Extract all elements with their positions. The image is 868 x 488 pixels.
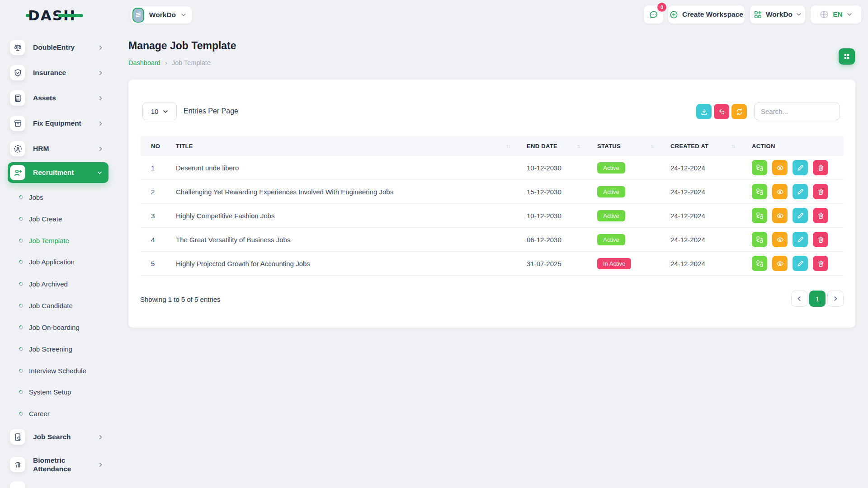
delete-button[interactable]: [813, 208, 828, 223]
sidebar-item-insurance[interactable]: Insurance: [10, 65, 103, 80]
pagination-previous-button[interactable]: [791, 291, 807, 307]
row-end-date: 10-12-2030: [527, 164, 597, 172]
convert-to-job-button[interactable]: [752, 256, 767, 271]
sidebar-item-job-candidate[interactable]: Job Candidate: [19, 300, 105, 311]
chevron-right-icon: [98, 462, 103, 467]
column-header-created-at[interactable]: CREATED AT: [670, 143, 752, 150]
breadcrumb: Dashboard › Job Template: [128, 59, 211, 66]
sidebar-item-biometric-attendance[interactable]: Biometric Attendance: [10, 457, 103, 472]
entries-per-page-select[interactable]: 10: [142, 103, 177, 120]
sidebar-item-partial: [10, 481, 25, 488]
undo-button[interactable]: [714, 104, 729, 119]
row-end-date: 31-07-2025: [527, 260, 597, 267]
person-dashed-circle-icon: [10, 141, 25, 156]
fingerprint-icon: [10, 457, 25, 472]
view-button[interactable]: [772, 256, 788, 271]
bullet-icon: [18, 303, 24, 309]
sidebar-item-recruitment[interactable]: Recruitment: [8, 162, 108, 183]
workspace-selector[interactable]: WorkDo: [130, 6, 192, 24]
sidebar-item-job-create[interactable]: Job Create: [19, 213, 105, 224]
language-code: EN: [833, 10, 843, 19]
grid-plus-icon: [754, 10, 762, 19]
row-actions: [752, 160, 844, 175]
edit-button[interactable]: [793, 184, 808, 199]
messages-button[interactable]: 0: [643, 5, 664, 24]
view-button[interactable]: [772, 208, 788, 223]
app-logo[interactable]: DASH: [28, 7, 76, 23]
sidebar-item-label: Biometric Attendance: [33, 456, 86, 474]
breadcrumb-dashboard-link[interactable]: Dashboard: [128, 59, 160, 66]
sidebar-subitem-label: Job Template: [29, 237, 69, 244]
workspace-menu[interactable]: WorkDo: [750, 5, 806, 24]
page-title: Manage Job Template: [128, 40, 236, 52]
edit-button[interactable]: [793, 232, 808, 247]
convert-to-job-button[interactable]: [752, 160, 767, 175]
row-actions: [752, 208, 844, 223]
delete-button[interactable]: [813, 256, 828, 271]
sidebar-item-job-search[interactable]: Job Search: [10, 429, 103, 445]
export-button[interactable]: [696, 104, 712, 119]
chevron-right-icon: [98, 96, 103, 101]
delete-button[interactable]: [813, 184, 828, 199]
delete-button[interactable]: [813, 232, 828, 247]
pagination-page-1[interactable]: 1: [809, 291, 826, 307]
bullet-icon: [18, 281, 24, 287]
sidebar-item-interview-schedule[interactable]: Interview Schedule: [19, 365, 105, 376]
sidebar-subitem-label: Job Candidate: [29, 302, 73, 310]
create-workspace-label: Create Workspace: [682, 10, 743, 19]
job-template-table: NO TITLE END DATE STATUS CREATED AT ACTI…: [140, 136, 844, 276]
convert-to-job-button[interactable]: [752, 232, 767, 247]
view-button[interactable]: [772, 232, 788, 247]
column-header-status[interactable]: STATUS: [597, 143, 670, 150]
language-selector[interactable]: EN: [810, 5, 862, 24]
chevron-right-icon: [98, 45, 103, 50]
convert-to-job-button[interactable]: [752, 208, 767, 223]
bullet-icon: [18, 368, 24, 374]
status-badge: In Active: [597, 258, 631, 269]
refresh-button[interactable]: [731, 104, 747, 119]
sidebar-item-assets[interactable]: Assets: [10, 90, 103, 106]
workspace-name: WorkDo: [149, 11, 176, 19]
sidebar-item-job-template[interactable]: Job Template: [19, 235, 105, 246]
sidebar-item-label: HRM: [33, 144, 49, 153]
sidebar-item-label: Fix Equipment: [33, 119, 81, 127]
download-icon: [700, 108, 708, 116]
sidebar-item-doubleentry[interactable]: DoubleEntry: [10, 40, 103, 55]
sidebar-item-career[interactable]: Career: [19, 408, 105, 419]
sidebar-item-hrm[interactable]: HRM: [10, 141, 103, 156]
convert-to-job-button[interactable]: [752, 184, 767, 199]
pagination-next-button[interactable]: [827, 291, 844, 307]
row-title: The Great Versatility of Business Jobs: [176, 236, 527, 244]
sidebar-item-fix-equipment[interactable]: Fix Equipment: [10, 116, 103, 131]
search-input[interactable]: [754, 103, 840, 120]
row-no: 5: [140, 260, 176, 267]
view-button[interactable]: [772, 160, 788, 175]
view-button[interactable]: [772, 184, 788, 199]
edit-button[interactable]: [793, 208, 808, 223]
chevron-down-icon: [163, 109, 168, 114]
sidebar-item-job-archived[interactable]: Job Archived: [19, 278, 105, 289]
edit-button[interactable]: [793, 160, 808, 175]
sidebar-item-job-application[interactable]: Job Application: [19, 256, 105, 267]
entries-summary: Showing 1 to 5 of 5 entries: [140, 296, 221, 303]
edit-button[interactable]: [793, 256, 808, 271]
bullet-icon: [18, 216, 24, 222]
grid-view-button[interactable]: [839, 48, 855, 65]
delete-button[interactable]: [813, 160, 828, 175]
sidebar-item-system-setup[interactable]: System Setup: [19, 386, 105, 397]
status-badge: Active: [597, 234, 625, 245]
row-end-date: 06-12-2030: [527, 236, 597, 244]
bullet-icon: [18, 411, 24, 417]
job-template-card: 10 Entries Per Page NO TITLE END DATE ST…: [128, 80, 855, 328]
row-title: Highly Projected Growth for Accounting J…: [176, 260, 527, 267]
sidebar-item-job-screening[interactable]: Job Screening: [19, 343, 105, 354]
row-no: 4: [140, 236, 176, 244]
sidebar-item-job-onboarding[interactable]: Job On-boarding: [19, 322, 105, 333]
sidebar: DASH DoubleEntry Insurance Assets Fix Eq…: [0, 0, 119, 488]
sidebar-item-jobs[interactable]: Jobs: [19, 192, 105, 202]
row-end-date: 10-12-2030: [527, 212, 597, 220]
create-workspace-button[interactable]: Create Workspace: [668, 5, 745, 24]
column-header-title[interactable]: TITLE: [176, 143, 527, 150]
shield-check-icon: [10, 65, 25, 80]
column-header-end-date[interactable]: END DATE: [527, 143, 597, 150]
